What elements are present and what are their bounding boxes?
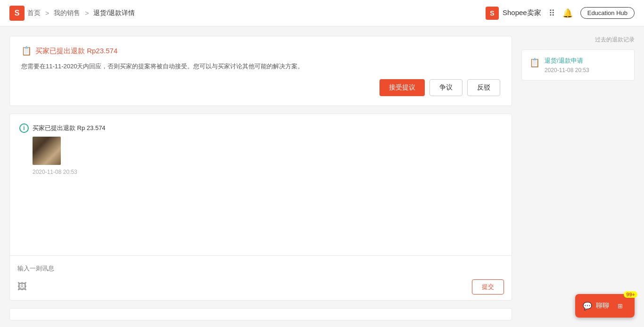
float-chat-label: 聊聊 — [596, 302, 609, 310]
lower-hint-panel — [9, 308, 512, 320]
accept-button[interactable]: 接受提议 — [380, 79, 425, 96]
brand-name: Shopee卖家 — [503, 8, 541, 17]
breadcrumb-current: 退货/退款详情 — [93, 9, 135, 17]
float-chat-secondary-icon: ⊞ — [613, 299, 627, 313]
header-left: S 首页 > 我的销售 > 退货/退款详情 — [9, 6, 135, 21]
image-upload-icon[interactable]: 🖼 — [17, 281, 27, 292]
breadcrumb-home[interactable]: 首页 — [27, 9, 41, 17]
chat-image[interactable] — [33, 137, 61, 165]
header: S 首页 > 我的销售 > 退货/退款详情 S Shopee卖家 ⠿ 🔔 Edu… — [0, 0, 644, 26]
header-brand: S Shopee卖家 — [486, 7, 541, 20]
submit-button[interactable]: 提交 — [472, 279, 504, 294]
chat-message-header: i 买家已提出退款 Rp 23.574 — [19, 123, 502, 133]
grid-icon[interactable]: ⠿ — [549, 8, 555, 18]
alert-body: 您需要在11-11-2020天内回应，否则买家的提案将被自动接受。您可以与买家讨… — [21, 62, 500, 72]
float-chat-button[interactable]: 💬 聊聊 99+ ⊞ — [575, 294, 635, 318]
alert-title: 📋 买家已提出退款 Rp23.574 — [21, 46, 500, 56]
chat-image-thumbnail — [33, 137, 61, 165]
chat-messages: i 买家已提出退款 Rp 23.574 2020-11-08 20:53 — [10, 114, 512, 255]
alert-actions: 接受提议 争议 反驳 — [21, 79, 500, 96]
breadcrumb-sales[interactable]: 我的销售 — [54, 9, 80, 17]
sidebar-item[interactable]: 📋 退货/退款申请 2020-11-08 20:53 — [529, 57, 627, 74]
sidebar-item-date: 2020-11-08 20:53 — [545, 67, 589, 74]
header-right: S Shopee卖家 ⠿ 🔔 Education Hub — [486, 7, 635, 20]
chat-input-area: 🖼 提交 — [10, 255, 512, 300]
chat-timestamp: 2020-11-08 20:53 — [33, 169, 502, 175]
sidebar-item-title: 退货/退款申请 — [545, 57, 589, 65]
chat-input-toolbar: 🖼 提交 — [17, 279, 504, 294]
reject-button[interactable]: 反驳 — [467, 79, 500, 96]
alert-doc-icon: 📋 — [21, 46, 32, 56]
education-hub-button[interactable]: Education Hub — [580, 7, 635, 19]
alert-banner: 📋 买家已提出退款 Rp23.574 您需要在11-11-2020天内回应，否则… — [9, 36, 512, 106]
info-icon: i — [19, 123, 29, 133]
breadcrumb-sep1: > — [45, 9, 49, 17]
chat-message: i 买家已提出退款 Rp 23.574 2020-11-08 20:53 — [19, 123, 502, 175]
sidebar-item-content: 退货/退款申请 2020-11-08 20:53 — [545, 57, 589, 74]
chat-input[interactable] — [17, 262, 504, 276]
main-container: 📋 买家已提出退款 Rp23.574 您需要在11-11-2020天内回应，否则… — [0, 26, 644, 327]
content-area: 📋 买家已提出退款 Rp23.574 您需要在11-11-2020天内回应，否则… — [9, 36, 512, 320]
shopee-logo: S — [9, 6, 25, 21]
dispute-button[interactable]: 争议 — [429, 79, 462, 96]
chat-panel: i 买家已提出退款 Rp 23.574 2020-11-08 20:53 🖼 提… — [9, 114, 512, 301]
breadcrumb-sep2: > — [85, 9, 89, 17]
sidebar-history-label: 过去的退款记录 — [521, 36, 635, 44]
sidebar-card: 📋 退货/退款申请 2020-11-08 20:53 — [521, 49, 635, 81]
sidebar: 过去的退款记录 📋 退货/退款申请 2020-11-08 20:53 — [521, 36, 635, 320]
shopee-seller-logo: S — [486, 7, 499, 20]
bell-icon[interactable]: 🔔 — [562, 8, 573, 18]
float-chat-badge: 99+ — [624, 291, 637, 298]
chat-message-title: 买家已提出退款 Rp 23.574 — [33, 124, 106, 132]
chat-bubble-icon: 💬 — [583, 302, 592, 311]
alert-title-text: 买家已提出退款 Rp23.574 — [35, 47, 117, 56]
sidebar-doc-icon: 📋 — [529, 57, 540, 68]
